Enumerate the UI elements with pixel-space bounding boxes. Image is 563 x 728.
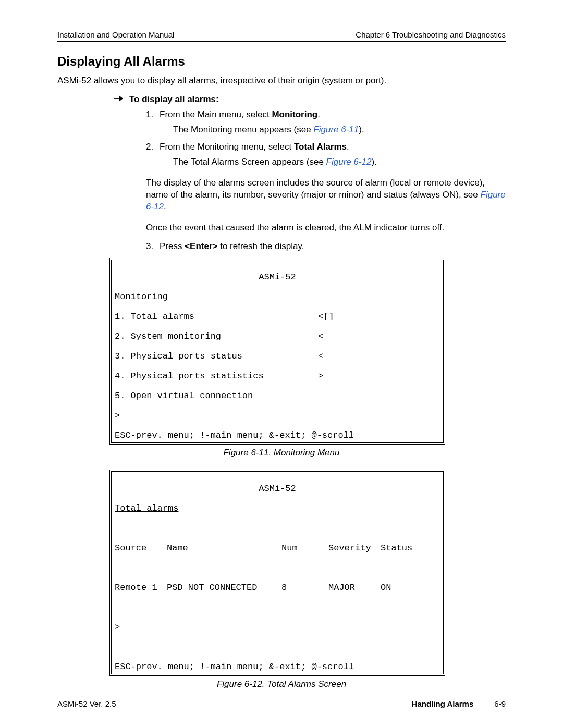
term1-section: Monitoring	[115, 292, 440, 302]
step-2-bold: Total Alarms	[294, 142, 347, 152]
footer-left: ASMi-52 Ver. 2.5	[57, 699, 116, 708]
term2-prompt: >	[115, 622, 440, 632]
term2-title: ASMi-52	[115, 484, 440, 493]
header-left: Installation and Operation Manual	[57, 30, 174, 39]
procedure-heading: To display all alarms:	[114, 94, 506, 105]
figure-ref-6-11: Figure 6-11	[313, 125, 359, 134]
term2-row-name: PSD NOT CONNECTED	[167, 583, 282, 593]
footer-rule	[57, 688, 506, 688]
footer-page: 6-9	[494, 699, 506, 708]
step-1-sub: The Monitoring menu appears (see Figure …	[173, 124, 506, 136]
page-header: Installation and Operation Manual Chapte…	[57, 30, 506, 41]
term2-row-severity: MAJOR	[328, 583, 381, 593]
term1-item-2: 2. System monitoring<	[115, 331, 440, 341]
term1-item-1-label: 1. Total alarms	[115, 312, 318, 322]
term1-item-2-mark: <	[318, 331, 323, 341]
step-3-tail: to refresh the display.	[218, 241, 304, 251]
step-2-sub: The Total Alarms Screen appears (see Fig…	[173, 156, 506, 168]
term1-item-5-label: 5. Open virtual connection	[115, 391, 318, 401]
step-3: Press <Enter> to refresh the display.	[146, 241, 506, 253]
alm-indicator-note: Once the event that caused the alarm is …	[146, 222, 506, 234]
term2-row-source: Remote 1	[115, 583, 167, 593]
steps-list: From the Main menu, select Monitoring. T…	[57, 109, 506, 168]
step-1-sub-tail: ).	[359, 125, 364, 134]
alarm-description: The display of the alarms screen include…	[146, 177, 506, 213]
term2-row-status: ON	[381, 583, 391, 593]
section-title: Displaying All Alarms	[57, 54, 506, 69]
term2-row-num: 8	[282, 583, 328, 593]
arrow-right-icon	[114, 95, 123, 102]
term1-item-3-label: 3. Physical ports status	[115, 351, 318, 361]
term1-title: ASMi-52	[115, 272, 440, 282]
alarm-desc-tail: .	[164, 202, 166, 212]
term1-item-4: 4. Physical ports statistics>	[115, 371, 440, 381]
step-2-tail: .	[347, 142, 349, 152]
header-right: Chapter 6 Troubleshooting and Diagnostic…	[356, 30, 506, 39]
term2-footer: ESC-prev. menu; !-main menu; &-exit; @-s…	[115, 662, 440, 672]
term1-footer: ESC-prev. menu; !-main menu; &-exit; @-s…	[115, 430, 440, 440]
term1-item-4-mark: >	[318, 371, 323, 381]
footer-right: Handling Alarms 6-9	[412, 699, 506, 708]
term1-prompt: >	[115, 411, 440, 421]
term1-item-5: 5. Open virtual connection	[115, 391, 440, 401]
step-1-tail: .	[317, 109, 320, 119]
term2-hdr-name: Name	[167, 543, 282, 553]
term1-item-3: 3. Physical ports status<	[115, 351, 440, 361]
step-3-bold: <Enter>	[185, 241, 217, 251]
page: Installation and Operation Manual Chapte…	[0, 0, 563, 728]
term2-headers: SourceNameNumSeverityStatus	[115, 543, 440, 553]
svg-marker-1	[119, 96, 123, 102]
term2-hdr-source: Source	[115, 543, 167, 553]
term1-item-3-mark: <	[318, 351, 323, 361]
term1-item-1-mark: <[]	[318, 312, 334, 322]
figure-ref-6-12-a: Figure 6-12	[326, 157, 372, 167]
intro-paragraph: ASMi-52 allows you to display all alarms…	[57, 75, 506, 87]
step-2-sub-tail: ).	[372, 157, 377, 167]
terminal-monitoring-menu: ASMi-52 Monitoring 1. Total alarms<[] 2.…	[109, 258, 445, 445]
step-1-lead: From the Main menu, select	[160, 109, 272, 119]
term2-hdr-severity: Severity	[328, 543, 381, 553]
term1-item-2-label: 2. System monitoring	[115, 331, 318, 341]
step-1: From the Main menu, select Monitoring. T…	[146, 109, 506, 136]
steps-list-cont: Press <Enter> to refresh the display.	[57, 241, 506, 253]
header-rule	[57, 41, 506, 42]
terminal-total-alarms: ASMi-52 Total alarms SourceNameNumSeveri…	[109, 470, 445, 676]
step-2-sub-lead: The Total Alarms Screen appears (see	[173, 157, 326, 167]
step-3-lead: Press	[160, 241, 185, 251]
term2-hdr-num: Num	[282, 543, 328, 553]
figure-6-11-caption: Figure 6-11. Monitoring Menu	[57, 448, 506, 458]
term1-item-4-label: 4. Physical ports statistics	[115, 371, 318, 381]
step-1-bold: Monitoring	[272, 109, 317, 119]
term1-item-1: 1. Total alarms<[]	[115, 312, 440, 322]
footer-section: Handling Alarms	[412, 699, 474, 708]
term2-hdr-status: Status	[381, 543, 412, 553]
alarm-desc-lead: The display of the alarms screen include…	[146, 178, 485, 200]
step-1-sub-lead: The Monitoring menu appears (see	[173, 125, 313, 134]
term2-row-1: Remote 1PSD NOT CONNECTED8MAJORON	[115, 583, 440, 593]
procedure-title: To display all alarms:	[129, 94, 219, 105]
term2-section: Total alarms	[115, 503, 440, 513]
step-2: From the Monitoring menu, select Total A…	[146, 141, 506, 168]
page-footer: ASMi-52 Ver. 2.5 Handling Alarms 6-9	[57, 699, 506, 708]
step-2-lead: From the Monitoring menu, select	[160, 142, 294, 152]
